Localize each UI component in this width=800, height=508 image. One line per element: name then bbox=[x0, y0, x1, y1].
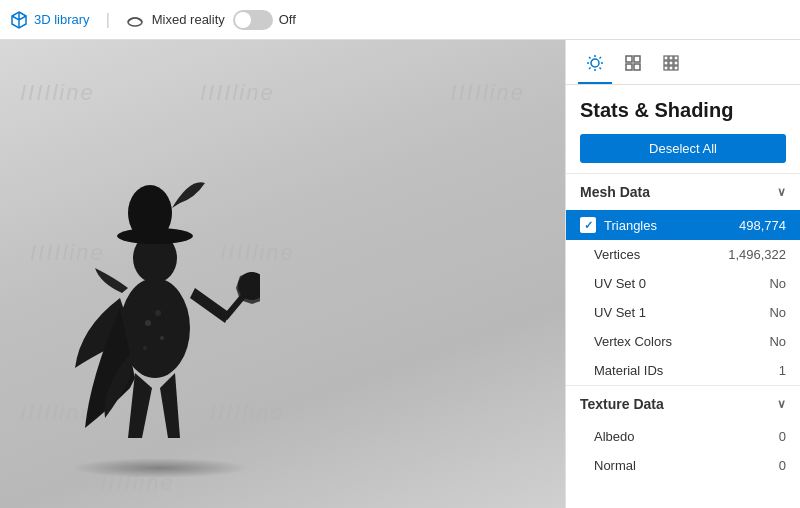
material-ids-value: 1 bbox=[779, 363, 786, 378]
tab-tiles[interactable] bbox=[654, 48, 688, 84]
row-triangles[interactable]: ✓ Triangles 498,774 bbox=[566, 210, 800, 240]
panel-tabs bbox=[566, 40, 800, 85]
vertex-colors-value: No bbox=[769, 334, 786, 349]
separator: | bbox=[106, 11, 110, 29]
mesh-data-chevron: ∨ bbox=[777, 185, 786, 199]
svg-rect-23 bbox=[634, 64, 640, 70]
vertices-label: Vertices bbox=[594, 247, 728, 262]
svg-point-7 bbox=[145, 320, 151, 326]
mixed-reality-icon bbox=[126, 11, 144, 29]
toggle-off-label: Off bbox=[279, 12, 296, 27]
uv-set-0-value: No bbox=[769, 276, 786, 291]
svg-rect-25 bbox=[669, 56, 673, 60]
albedo-value: 0 bbox=[779, 429, 786, 444]
svg-point-11 bbox=[591, 59, 599, 67]
model-silhouette bbox=[60, 128, 260, 468]
svg-rect-28 bbox=[669, 61, 673, 65]
svg-rect-20 bbox=[626, 56, 632, 62]
svg-rect-24 bbox=[664, 56, 668, 60]
svg-rect-31 bbox=[669, 66, 673, 70]
toggle-container[interactable]: Off bbox=[233, 10, 296, 30]
svg-rect-29 bbox=[674, 61, 678, 65]
svg-point-8 bbox=[160, 336, 164, 340]
row-uv-set-0: UV Set 0 No bbox=[566, 269, 800, 298]
svg-rect-30 bbox=[664, 66, 668, 70]
svg-point-4 bbox=[128, 185, 172, 241]
uv-set-1-label: UV Set 1 bbox=[594, 305, 769, 320]
texture-data-header[interactable]: Texture Data ∨ bbox=[566, 386, 800, 422]
top-bar: 3D library | Mixed reality Off bbox=[0, 0, 800, 40]
uv-set-1-value: No bbox=[769, 305, 786, 320]
svg-rect-32 bbox=[674, 66, 678, 70]
grid-icon bbox=[624, 54, 642, 72]
texture-data-label: Texture Data bbox=[580, 396, 664, 412]
svg-line-17 bbox=[600, 68, 602, 70]
check-mark: ✓ bbox=[584, 219, 593, 232]
library-button[interactable]: 3D library bbox=[10, 11, 90, 29]
row-vertex-colors: Vertex Colors No bbox=[566, 327, 800, 356]
ground-shadow bbox=[70, 458, 250, 478]
panel-title: Stats & Shading bbox=[580, 99, 786, 122]
viewport[interactable]: IIIIline IIIIline IIIIline IIIIline IIII… bbox=[0, 40, 565, 508]
vertex-colors-label: Vertex Colors bbox=[594, 334, 769, 349]
row-normal: Normal 0 bbox=[566, 451, 800, 480]
library-label: 3D library bbox=[34, 12, 90, 27]
normal-value: 0 bbox=[779, 458, 786, 473]
triangles-label: Triangles bbox=[604, 218, 739, 233]
svg-point-9 bbox=[143, 346, 147, 350]
svg-point-10 bbox=[155, 310, 161, 316]
row-albedo: Albedo 0 bbox=[566, 422, 800, 451]
texture-data-chevron: ∨ bbox=[777, 397, 786, 411]
toggle-knob bbox=[235, 12, 251, 28]
cube-icon bbox=[10, 11, 28, 29]
svg-rect-27 bbox=[664, 61, 668, 65]
svg-line-18 bbox=[600, 57, 602, 59]
triangles-checkbox[interactable]: ✓ bbox=[580, 217, 596, 233]
row-uv-set-1: UV Set 1 No bbox=[566, 298, 800, 327]
panel-header: Stats & Shading Deselect All bbox=[566, 85, 800, 173]
deselect-all-button[interactable]: Deselect All bbox=[580, 134, 786, 163]
tab-sun[interactable] bbox=[578, 48, 612, 84]
svg-rect-26 bbox=[674, 56, 678, 60]
watermark-2: IIIIline bbox=[200, 80, 275, 106]
sun-icon bbox=[586, 54, 604, 72]
albedo-label: Albedo bbox=[594, 429, 779, 444]
svg-line-16 bbox=[589, 57, 591, 59]
tiles-icon bbox=[662, 54, 680, 72]
row-material-ids: Material IDs 1 bbox=[566, 356, 800, 385]
svg-line-19 bbox=[589, 68, 591, 70]
section-texture-data: Texture Data ∨ Albedo 0 Normal 0 bbox=[566, 385, 800, 480]
side-panel: Stats & Shading Deselect All Mesh Data ∨… bbox=[565, 40, 800, 508]
vertices-value: 1,496,322 bbox=[728, 247, 786, 262]
mesh-data-label: Mesh Data bbox=[580, 184, 650, 200]
uv-set-0-label: UV Set 0 bbox=[594, 276, 769, 291]
section-mesh-data: Mesh Data ∨ ✓ Triangles 498,774 Vertices… bbox=[566, 173, 800, 385]
normal-label: Normal bbox=[594, 458, 779, 473]
tab-grid[interactable] bbox=[616, 48, 650, 84]
mixed-reality-toggle[interactable] bbox=[233, 10, 273, 30]
mesh-data-header[interactable]: Mesh Data ∨ bbox=[566, 174, 800, 210]
watermark-1: IIIIline bbox=[20, 80, 95, 106]
row-vertices: Vertices 1,496,322 bbox=[566, 240, 800, 269]
watermark-3: IIIIline bbox=[450, 80, 525, 106]
triangles-value: 498,774 bbox=[739, 218, 786, 233]
mixed-reality-section: Mixed reality Off bbox=[126, 10, 296, 30]
svg-rect-21 bbox=[634, 56, 640, 62]
material-ids-label: Material IDs bbox=[594, 363, 779, 378]
svg-rect-22 bbox=[626, 64, 632, 70]
main-content: IIIIline IIIIline IIIIline IIIIline IIII… bbox=[0, 40, 800, 508]
mixed-reality-label: Mixed reality bbox=[152, 12, 225, 27]
model-figure bbox=[60, 128, 260, 468]
